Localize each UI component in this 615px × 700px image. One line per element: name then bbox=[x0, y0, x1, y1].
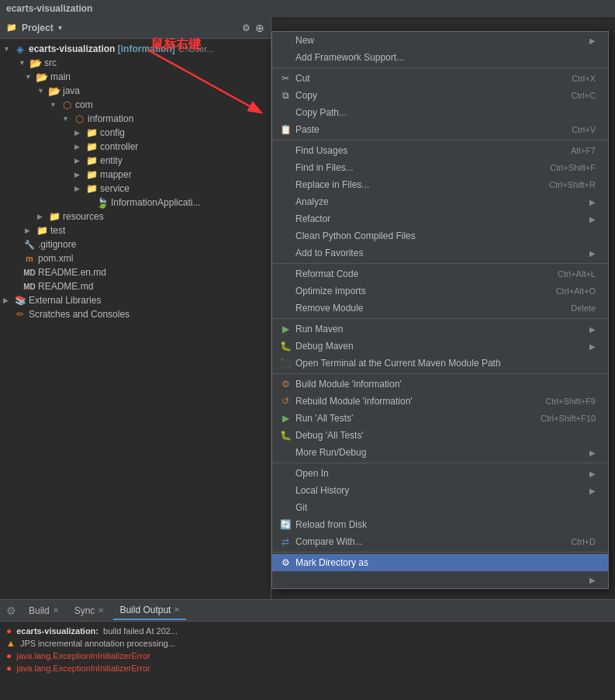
menu-item-buildmodule[interactable]: ⚙ Build Module 'information' bbox=[272, 376, 608, 393]
panel-settings-icon[interactable]: ⚙ bbox=[242, 23, 250, 33]
rebuildmodule-label: Rebuild Module 'information' bbox=[295, 396, 530, 407]
comparewith-label: Compare With... bbox=[295, 536, 556, 547]
tab-buildoutput-close[interactable]: ✕ bbox=[174, 605, 180, 614]
menu-item-paste[interactable]: 📋 Paste Ctrl+V bbox=[272, 121, 608, 138]
panel-title: Project bbox=[22, 23, 54, 33]
menu-item-markdirectoryas[interactable]: ▶ bbox=[272, 571, 608, 588]
tab-buildoutput[interactable]: Build Output ✕ bbox=[113, 601, 186, 620]
panel-gear-icon[interactable]: ⊕ bbox=[255, 22, 264, 34]
cut-shortcut: Ctrl+X bbox=[556, 74, 596, 83]
tree-item-gitignore[interactable]: 🔧 .gitignore bbox=[0, 237, 271, 251]
sep-4 bbox=[272, 318, 608, 319]
menu-item-debugalltests[interactable]: 🐛 Debug 'All Tests' bbox=[272, 427, 608, 444]
tree-item-java[interactable]: ▼ 📂 java bbox=[0, 84, 271, 98]
menu-item-refactor[interactable]: Refactor ▶ bbox=[272, 210, 608, 227]
menu-item-findusages[interactable]: Find Usages Alt+F7 bbox=[272, 142, 608, 159]
tree-item-pom[interactable]: m pom.xml bbox=[0, 251, 271, 265]
menu-item-copypath[interactable]: Copy Path... bbox=[272, 104, 608, 121]
build-tabs-bar: ⚙ Build ✕ Sync ✕ Build Output ✕ bbox=[0, 600, 615, 622]
tree-item-infoapp[interactable]: 🍃 InformationApplicati... bbox=[0, 196, 271, 210]
menu-item-analyze[interactable]: Analyze ▶ bbox=[272, 193, 608, 210]
menu-item-runmaven[interactable]: ▶ Run Maven ▶ bbox=[272, 321, 608, 338]
scratches-icon: ✏ bbox=[14, 308, 26, 321]
replaceinfiles-shortcut: Ctrl+Shift+R bbox=[534, 180, 596, 189]
tab-build-close[interactable]: ✕ bbox=[53, 606, 59, 615]
menu-item-addfavorites[interactable]: Add to Favorites ▶ bbox=[272, 244, 608, 262]
menu-item-cleanpython[interactable]: Clean Python Compiled Files bbox=[272, 227, 608, 244]
sep-7 bbox=[272, 552, 608, 553]
tree-item-information[interactable]: ▼ ⬡ information bbox=[0, 112, 271, 126]
tree-item-root[interactable]: ▼ ◈ ecarts-visualization [information] C… bbox=[0, 42, 271, 56]
build-error-icon-3: ● bbox=[6, 650, 12, 661]
menu-item-findinfiles[interactable]: Find in Files... Ctrl+Shift+F bbox=[272, 159, 608, 176]
debugalltests-icon: 🐛 bbox=[278, 430, 292, 441]
panel-dropdown-icon[interactable]: ▾ bbox=[58, 23, 62, 32]
menu-item-optimizeimports[interactable]: Optimize Imports Ctrl+Alt+O bbox=[272, 282, 608, 300]
spring-icon: 🍃 bbox=[96, 196, 109, 209]
tree-item-extlib[interactable]: ▶ 📚 External Libraries bbox=[0, 293, 271, 307]
addfavorites-label: Add to Favorites bbox=[295, 248, 586, 258]
menu-item-cut[interactable]: ✂ Cut Ctrl+X bbox=[272, 70, 608, 87]
menu-item-new[interactable]: New ▶ bbox=[272, 32, 608, 49]
tree-item-service[interactable]: ▶ 📁 service bbox=[0, 182, 271, 196]
menu-item-removemodule[interactable]: Remove Module Delete bbox=[272, 300, 608, 317]
copypath-label: Copy Path... bbox=[295, 107, 596, 118]
module-icon: ◈ bbox=[14, 43, 26, 55]
addframework-label: Add Framework Support... bbox=[295, 52, 596, 63]
menu-item-openin[interactable]: Open In ▶ bbox=[272, 465, 608, 482]
menu-item-copy[interactable]: ⧉ Copy Ctrl+C bbox=[272, 87, 608, 104]
menu-item-runalltests[interactable]: ▶ Run 'All Tests' Ctrl+Shift+F10 bbox=[272, 410, 608, 427]
tree-arrow-com: ▼ bbox=[50, 101, 60, 109]
tab-sync[interactable]: Sync ✕ bbox=[68, 602, 111, 619]
tree-item-scratches[interactable]: ✏ Scratches and Consoles bbox=[0, 307, 271, 321]
tree-item-entity[interactable]: ▶ 📁 entity bbox=[0, 154, 271, 168]
sep-5 bbox=[272, 373, 608, 374]
project-panel: 📁 Project ▾ ⚙ ⊕ ▼ ◈ ecarts-visualization… bbox=[0, 17, 271, 599]
tree-item-test[interactable]: ▶ 📁 test bbox=[0, 224, 271, 237]
tree-item-readme[interactable]: MD README.md bbox=[0, 279, 271, 293]
menu-item-git[interactable]: Git bbox=[272, 499, 608, 516]
menu-item-rebuildmodule[interactable]: ↺ Rebuild Module 'information' Ctrl+Shif… bbox=[272, 393, 608, 410]
menu-item-comparewith[interactable]: ⇄ Compare With... Ctrl+D bbox=[272, 533, 608, 550]
editor-area: 鼠标右键 New ▶ Add Framework Support... ✂ Cu… bbox=[271, 17, 615, 599]
paste-icon: 📋 bbox=[278, 124, 292, 135]
build-line-3-text: java.lang.ExceptionInInitializerError bbox=[16, 651, 150, 660]
menu-item-localhistory[interactable]: Local History ▶ bbox=[272, 482, 608, 499]
tree-item-com[interactable]: ▼ ⬡ com bbox=[0, 98, 271, 112]
reformatcode-label: Reformat Code bbox=[295, 269, 542, 279]
paste-shortcut: Ctrl+V bbox=[556, 125, 596, 134]
menu-item-reformatcode[interactable]: Reformat Code Ctrl+Alt+L bbox=[272, 265, 608, 282]
tree-item-resources[interactable]: ▶ 📁 resources bbox=[0, 210, 271, 224]
analyze-arrow: ▶ bbox=[589, 198, 596, 206]
menu-item-addframework[interactable]: Add Framework Support... bbox=[272, 49, 608, 66]
menu-item-openterminal[interactable]: ⬛ Open Terminal at the Current Maven Mod… bbox=[272, 355, 608, 372]
tab-sync-close[interactable]: ✕ bbox=[98, 606, 104, 615]
localhistory-label: Local History bbox=[295, 485, 586, 496]
tree-item-main[interactable]: ▼ 📂 main bbox=[0, 70, 271, 84]
tree-item-mapper[interactable]: ▶ 📁 mapper bbox=[0, 168, 271, 182]
menu-item-replaceinfiles[interactable]: Replace in Files... Ctrl+Shift+R bbox=[272, 176, 608, 193]
tree-arrow-main: ▼ bbox=[25, 73, 36, 81]
tree-item-controller[interactable]: ▶ 📁 controller bbox=[0, 140, 271, 154]
reloadfromdisk-label: Reload from Disk bbox=[295, 519, 596, 530]
folder-main-icon: 📂 bbox=[36, 71, 48, 83]
tree-item-config[interactable]: ▶ 📁 config bbox=[0, 126, 271, 140]
openterminal-icon: ⬛ bbox=[278, 358, 292, 369]
title-bar: ecarts-visualization bbox=[0, 0, 615, 17]
tree-arrow-information: ▼ bbox=[62, 115, 73, 123]
app-title: ecarts-visualization bbox=[6, 3, 92, 14]
build-tools-icon[interactable]: ⚙ bbox=[6, 605, 16, 617]
tree-item-src[interactable]: ▼ 📂 src bbox=[0, 56, 271, 70]
new-arrow: ▶ bbox=[589, 36, 596, 45]
copy-icon: ⧉ bbox=[278, 90, 292, 101]
menu-item-debugmaven[interactable]: 🐛 Debug Maven ▶ bbox=[272, 338, 608, 355]
sep-6 bbox=[272, 463, 608, 463]
controller-label: controller bbox=[100, 141, 138, 152]
tab-build[interactable]: Build ✕ bbox=[22, 602, 65, 619]
menu-item-openmodulesettings[interactable]: ⚙ Mark Directory as bbox=[272, 554, 608, 571]
menu-item-morerundebug[interactable]: More Run/Debug ▶ bbox=[272, 444, 608, 461]
folder-src-icon: 📂 bbox=[29, 57, 42, 69]
tree-item-readmeen[interactable]: MD README.en.md bbox=[0, 265, 271, 279]
menu-item-reloadfromdisk[interactable]: 🔄 Reload from Disk bbox=[272, 516, 608, 533]
service-label: service bbox=[100, 183, 130, 194]
